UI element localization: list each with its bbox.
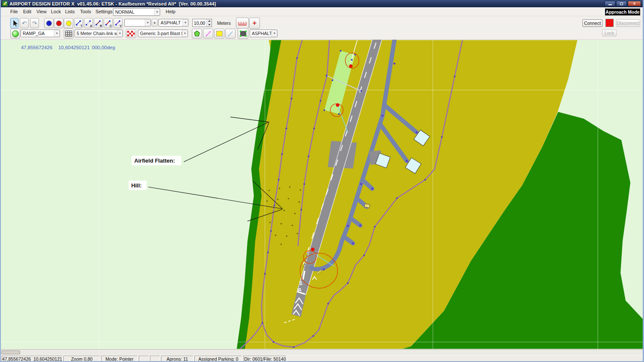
spin-up-icon[interactable] xyxy=(207,19,212,23)
undo-button[interactable]: ↶ xyxy=(20,18,29,28)
status-empty-2 xyxy=(150,356,160,362)
map-canvas[interactable]: 2 R xyxy=(1,40,644,349)
fence-type-select[interactable]: 5 Meter Chain-link with be ▼ xyxy=(75,30,123,37)
status-bar: 47,855672426 10,604250121 Zoom 0,80 Mode… xyxy=(1,355,643,362)
app-icon xyxy=(2,1,8,6)
status-assigned-parking: Assigned Parking: 0 xyxy=(194,356,242,362)
diagonal-line-icon xyxy=(227,30,234,38)
redo-icon: ↷ xyxy=(32,20,37,27)
mode-select[interactable]: NORMAL ▼ xyxy=(113,8,160,16)
green-circle-icon xyxy=(12,30,19,37)
width-spinner[interactable]: 10,00 xyxy=(192,19,212,27)
window-title: AIRPORT DESIGN EDITOR X v01.45.06: ETSK … xyxy=(9,1,216,6)
grid-icon xyxy=(65,30,72,37)
status-filler xyxy=(288,356,643,362)
approach-tool-button[interactable] xyxy=(203,29,213,39)
menu-help[interactable]: Help xyxy=(165,9,176,14)
status-coordinates: 47,855672426 10,604250121 xyxy=(2,356,63,362)
status-empty-1 xyxy=(139,356,149,362)
checker-icon xyxy=(127,31,135,36)
chevron-down-icon: ▼ xyxy=(154,9,160,15)
approach-mode-badge: Approach Mode xyxy=(605,9,640,15)
status-aprons: Aprons: 11 xyxy=(161,356,194,362)
yellow-square-icon xyxy=(216,31,223,36)
disconnect-button[interactable]: Disconnect xyxy=(616,19,640,27)
menu-settings[interactable]: Settings xyxy=(95,9,113,14)
menu-lists[interactable]: Lists xyxy=(64,9,76,14)
blast-fence-select[interactable]: Generic 3-part Blast Fence ▼ xyxy=(138,30,188,37)
grid-tool-button[interactable] xyxy=(64,29,74,39)
red-dot-icon xyxy=(56,21,62,26)
scrollbar-thumb[interactable] xyxy=(1,350,20,354)
menu-tools[interactable]: Tools xyxy=(79,9,92,14)
exclusion-tool-button[interactable] xyxy=(236,18,249,29)
menu-edit[interactable]: Edit xyxy=(22,9,32,14)
closed-link-icon: C xyxy=(104,19,112,27)
svg-text:V: V xyxy=(120,24,122,27)
svg-text:R: R xyxy=(100,24,102,27)
flatten-label: Airfield Flatten: xyxy=(134,157,175,164)
connect-button[interactable]: Connect xyxy=(582,19,602,27)
runway-link-icon: R xyxy=(94,19,102,27)
horizontal-scrollbar[interactable] xyxy=(1,349,643,355)
hill-label: Hill: xyxy=(131,182,142,189)
pointer-tool-button[interactable] xyxy=(10,18,18,28)
width-unit-label: Meters xyxy=(217,21,231,26)
menu-lock[interactable]: Lock xyxy=(50,9,62,14)
menu-file[interactable]: File xyxy=(9,9,19,14)
chevron-down-icon: ▼ xyxy=(182,19,188,26)
flatten-tool-button[interactable] xyxy=(214,29,224,39)
title-bar: AIRPORT DESIGN EDITOR X v01.45.06: ETSK … xyxy=(1,0,643,7)
chevron-down-icon: ▼ xyxy=(145,19,150,26)
approach-line-icon xyxy=(204,30,212,38)
status-zoom: Zoom 0,80 xyxy=(63,356,100,362)
svg-text:C: C xyxy=(110,24,112,27)
link-surface-select[interactable]: ASPHALT ▼ xyxy=(158,19,188,27)
toolbar: ↶ ↷ T A R xyxy=(1,16,643,40)
spin-down-icon[interactable] xyxy=(207,23,212,27)
connection-status-swatch xyxy=(605,19,614,27)
redo-button[interactable]: ↷ xyxy=(30,18,39,28)
vertex-rect-tool-button[interactable] xyxy=(238,28,248,39)
runway-link-button[interactable]: R xyxy=(94,18,103,28)
svg-text:A: A xyxy=(90,24,92,27)
add-link-name-button[interactable]: + xyxy=(152,19,158,27)
apron-surface-select[interactable]: ASPHALT ▼ xyxy=(250,30,277,37)
vehicle-link-button[interactable]: V xyxy=(113,18,122,28)
vehicle-link-icon: V xyxy=(114,19,122,27)
blue-dot-icon xyxy=(46,21,52,26)
close-button[interactable]: X xyxy=(628,1,641,6)
maximize-button[interactable] xyxy=(616,1,627,6)
chevron-down-icon: ▼ xyxy=(117,30,122,37)
svg-text:T: T xyxy=(80,24,82,27)
red-node-button[interactable] xyxy=(54,18,63,28)
closed-link-button[interactable]: C xyxy=(104,18,113,28)
yellow-dot-icon xyxy=(66,21,72,26)
app-window: AIRPORT DESIGN EDITOR X v01.45.06: ETSK … xyxy=(0,0,644,362)
menu-bar: File Edit View Lock Lists Tools Settings… xyxy=(1,7,643,16)
ramp-type-select[interactable]: RAMP_GA ▼ xyxy=(21,30,60,37)
lock-button[interactable]: Lock xyxy=(602,30,617,36)
blue-node-button[interactable] xyxy=(44,18,54,28)
comb-icon xyxy=(237,19,247,27)
minimize-button[interactable] xyxy=(605,1,615,6)
link-name-select[interactable]: ▼ xyxy=(124,19,151,27)
status-dir-file: Dir: 0601/File: 50140 xyxy=(243,356,287,362)
chevron-down-icon: ▼ xyxy=(182,30,188,37)
annotation-hill: Hill: xyxy=(128,181,146,190)
pointer-icon xyxy=(12,19,18,27)
line-tool-button[interactable] xyxy=(225,29,236,39)
apron-link-button[interactable]: A xyxy=(84,18,93,28)
taxi-link-icon: T xyxy=(75,19,83,27)
menu-view[interactable]: View xyxy=(36,9,48,14)
add-object-button[interactable]: + xyxy=(249,18,260,29)
polygon-tool-button[interactable] xyxy=(192,29,202,39)
blast-fence-tool-button[interactable] xyxy=(126,29,136,38)
chevron-down-icon: ▼ xyxy=(54,30,60,37)
status-mode: Mode: Pointer xyxy=(101,356,138,362)
undo-icon: ↶ xyxy=(22,20,27,27)
yellow-node-button[interactable] xyxy=(64,18,73,28)
taxi-link-button[interactable]: T xyxy=(74,18,83,28)
parking-spot-button[interactable] xyxy=(10,29,20,39)
apron-link-icon: A xyxy=(84,19,92,27)
